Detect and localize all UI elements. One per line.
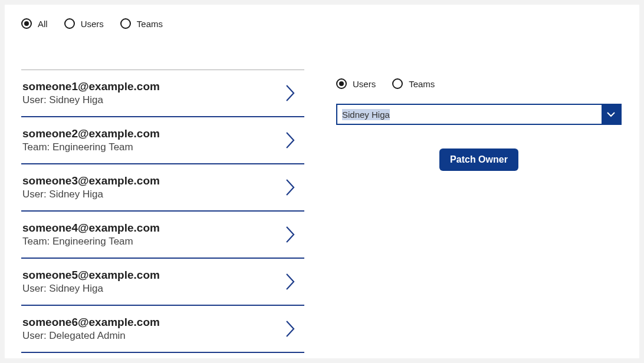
- list-item-desc: User: Sidney Higa: [22, 283, 282, 295]
- owner-type-radio-teams[interactable]: Teams: [392, 78, 435, 89]
- main-panel: All Users Teams someone1@example.com Use…: [5, 5, 639, 358]
- owner-type-radio-users[interactable]: Users: [336, 78, 376, 89]
- filter-radio-teams[interactable]: Teams: [120, 18, 163, 29]
- filter-radio-label: Teams: [137, 19, 163, 29]
- chevron-right-icon: [282, 318, 298, 339]
- filter-radio-group: All Users Teams: [21, 14, 623, 33]
- chevron-right-icon: [282, 177, 298, 198]
- list-item-email: someone5@example.com: [22, 269, 282, 282]
- owner-combobox[interactable]: Sidney Higa: [336, 104, 622, 125]
- list-item-email: someone3@example.com: [22, 174, 282, 187]
- list-item-desc: Team: Engineering Team: [22, 141, 282, 153]
- chevron-down-icon[interactable]: [602, 105, 620, 124]
- chevron-right-icon: [282, 82, 298, 104]
- content-area: someone1@example.com User: Sidney Higa s…: [21, 70, 623, 356]
- chevron-right-icon: [282, 130, 298, 151]
- radio-icon: [120, 18, 131, 29]
- filter-radio-label: All: [38, 19, 48, 29]
- radio-icon: [21, 18, 32, 29]
- chevron-right-icon: [282, 271, 298, 292]
- list-item-email: someone2@example.com: [22, 127, 282, 140]
- list-item-email: someone6@example.com: [22, 316, 282, 329]
- list-item-desc: User: Sidney Higa: [22, 94, 282, 106]
- list-item-email: someone1@example.com: [22, 80, 282, 93]
- list-item-desc: User: Sidney Higa: [22, 189, 282, 200]
- list-item[interactable]: someone2@example.com Team: Engineering T…: [21, 117, 304, 164]
- radio-icon: [64, 18, 75, 29]
- list-item-desc: User: Delegated Admin: [22, 330, 282, 342]
- list-item[interactable]: someone3@example.com User: Sidney Higa: [21, 164, 304, 212]
- owner-combobox-value: Sidney Higa: [337, 105, 602, 124]
- owner-selected-text: Sidney Higa: [342, 109, 390, 120]
- radio-icon: [336, 78, 347, 89]
- owner-type-label: Users: [353, 79, 376, 89]
- list-item[interactable]: someone5@example.com User: Sidney Higa: [21, 259, 304, 306]
- detail-panel: Users Teams Sidney Higa Patch Owner: [336, 70, 622, 356]
- filter-radio-users[interactable]: Users: [64, 18, 104, 29]
- list-item-email: someone4@example.com: [22, 222, 282, 235]
- owner-type-radio-group: Users Teams: [336, 74, 622, 93]
- list-item[interactable]: someone6@example.com User: Delegated Adm…: [21, 306, 304, 353]
- list-item-desc: Team: Engineering Team: [22, 236, 282, 248]
- chevron-right-icon: [282, 224, 298, 245]
- radio-icon: [392, 78, 403, 89]
- record-list[interactable]: someone1@example.com User: Sidney Higa s…: [21, 70, 304, 356]
- filter-radio-label: Users: [81, 19, 104, 29]
- filter-radio-all[interactable]: All: [21, 18, 48, 29]
- owner-type-label: Teams: [409, 79, 435, 89]
- patch-owner-button[interactable]: Patch Owner: [439, 148, 518, 171]
- list-item[interactable]: someone4@example.com Team: Engineering T…: [21, 212, 304, 259]
- list-item[interactable]: someone1@example.com User: Sidney Higa: [21, 70, 304, 117]
